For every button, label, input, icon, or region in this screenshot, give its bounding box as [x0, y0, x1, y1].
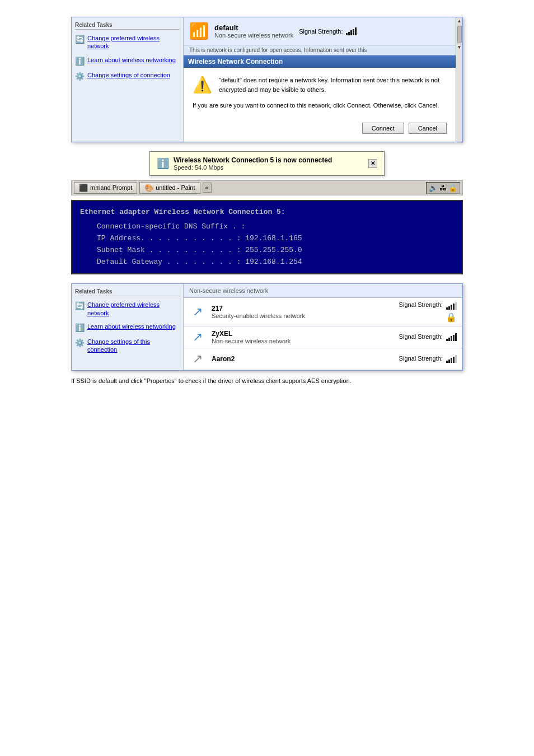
network-list-container: Non-secure wireless network ↗ 217 Securi…: [184, 284, 462, 370]
notif-close-button[interactable]: ✕: [368, 159, 377, 168]
bar1: [346, 33, 348, 35]
b4: [453, 335, 455, 341]
signal-bars-zyxel: [446, 333, 457, 341]
sidebar: Related Tasks 🔄 Change preferred wireles…: [72, 17, 184, 142]
network-name: default: [214, 24, 293, 32]
b5: [455, 355, 457, 363]
net-signal-217: Signal Strength: 🔒: [399, 301, 457, 322]
paint-taskbar-button[interactable]: 🎨 untitled - Paint: [139, 182, 200, 194]
network-item-zyxel[interactable]: ↗ ZyXEL Non-secure wireless network Sign…: [184, 326, 462, 348]
dialog-title-bar: Wireless Network Connection: [184, 55, 456, 68]
sidebar-title: Related Tasks: [75, 22, 180, 30]
b2: [448, 360, 450, 363]
network-item-217[interactable]: ↗ 217 Security-enabled wireless network …: [184, 298, 462, 326]
cmd-line-2: IP Address. . . . . . . . . . . : 192.16…: [80, 233, 454, 245]
cmd-taskbar-button[interactable]: ⬛ mmand Prompt: [74, 182, 137, 194]
learn-about-link[interactable]: Learn about wireless networking: [87, 56, 176, 64]
net-info-zyxel: ZyXEL Non-secure wireless network: [212, 330, 394, 344]
change-settings-link[interactable]: Change settings of connection: [87, 71, 170, 79]
bar5: [355, 27, 357, 35]
change-network-icon: 🔄: [75, 35, 85, 44]
info-bar: This is network is configured for open a…: [184, 45, 456, 55]
b3: [451, 358, 452, 363]
bar4: [353, 29, 354, 35]
change-preferred-link-2[interactable]: Change preferred wireless network: [87, 301, 180, 317]
paint-icon: 🎨: [144, 184, 153, 192]
network-type: Non-secure wireless network: [214, 32, 293, 39]
learn-icon: ℹ️: [75, 57, 85, 66]
cmd-line-1: Connection-specific DNS Suffix . :: [80, 221, 454, 233]
sidebar-title-2: Related Tasks: [75, 288, 180, 296]
b3: [451, 336, 452, 341]
sidebar-link-1[interactable]: 🔄 Change preferred wireless network: [75, 34, 180, 50]
dialog-buttons: Connect Cancel: [193, 118, 447, 134]
notif-text: Wireless Network Connection 5 is now con…: [174, 156, 364, 171]
net-name-aaron2: Aaron2: [212, 355, 394, 363]
b5: [455, 302, 457, 310]
net-info-217: 217 Security-enabled wireless network: [212, 305, 394, 319]
security-tray-icon: 🔒: [448, 184, 457, 192]
taskbar-overflow-button[interactable]: «: [203, 183, 212, 193]
speaker-tray-icon: 🔊: [429, 184, 438, 192]
net-type-zyxel: Non-secure wireless network: [212, 338, 394, 344]
bar2: [348, 32, 350, 35]
signal-strength: Signal Strength:: [299, 27, 356, 35]
sidebar-link-3[interactable]: ⚙️ Change settings of connection: [75, 71, 180, 81]
wireless-connection-panel: Related Tasks 🔄 Change preferred wireles…: [71, 17, 463, 142]
system-tray: 🔊 🖧 🔒: [426, 182, 460, 194]
b1: [446, 361, 448, 363]
network-tray-icon: 🖧: [439, 184, 447, 192]
b2: [448, 338, 450, 341]
scroll-down-arrow[interactable]: ▼: [456, 44, 463, 51]
change-pref-icon-2: 🔄: [75, 301, 85, 310]
cmd-icon: ⬛: [79, 184, 88, 192]
learn-about-link-2[interactable]: Learn about wireless networking: [87, 323, 176, 330]
b5: [455, 333, 457, 341]
caption-text: If SSID is default and click "Properties…: [71, 376, 463, 386]
signal-bars: [346, 27, 357, 35]
cmd-label: mmand Prompt: [90, 184, 132, 191]
change-preferred-link[interactable]: Change preferred wireless network: [87, 34, 180, 50]
change-settings-link-2[interactable]: Change settings of this connection: [87, 338, 180, 354]
network-item-aaron2[interactable]: ↗ Aaron2 Signal Strength:: [184, 348, 462, 370]
dialog-second-para: If you are sure you want to connect to t…: [193, 101, 447, 110]
notif-title: Wireless Network Connection 5 is now con…: [174, 156, 364, 164]
dialog-body: ⚠️ "default" does not require a network …: [184, 68, 456, 142]
settings-icon-2: ⚙️: [75, 338, 85, 347]
network-wifi-icon: 📶: [189, 22, 209, 40]
net-signal-aaron2: Signal Strength:: [399, 355, 457, 363]
net-signal-zyxel: Signal Strength:: [399, 333, 457, 341]
sidebar2-link-2[interactable]: ℹ️ Learn about wireless networking: [75, 323, 180, 332]
cmd-panel: Ethernet adapter Wireless Network Connec…: [71, 200, 463, 275]
cancel-button[interactable]: Cancel: [409, 123, 447, 134]
sidebar-2: Related Tasks 🔄 Change preferred wireles…: [72, 284, 184, 370]
sidebar2-link-3[interactable]: ⚙️ Change settings of this connection: [75, 338, 180, 354]
taskbar: ⬛ mmand Prompt 🎨 untitled - Paint « 🔊 🖧 …: [71, 180, 463, 195]
notif-info-icon: ℹ️: [157, 157, 169, 170]
main-content: 📶 default Non-secure wireless network Si…: [184, 17, 456, 142]
wireless-panel-2: Related Tasks 🔄 Change preferred wireles…: [71, 283, 463, 370]
sidebar2-link-1[interactable]: 🔄 Change preferred wireless network: [75, 301, 180, 317]
scroll-up-arrow[interactable]: ▲: [456, 17, 463, 25]
wifi-icon-aaron2: ↗: [189, 352, 206, 366]
warning-icon: ⚠️: [193, 76, 212, 94]
bar3: [350, 30, 352, 35]
notification-panel: ℹ️ Wireless Network Connection 5 is now …: [149, 151, 385, 176]
b4: [453, 357, 455, 363]
signal-label-aaron2: Signal Strength:: [399, 355, 457, 363]
scrollbar[interactable]: ▲ ▼: [456, 17, 462, 142]
connect-button[interactable]: Connect: [362, 123, 404, 134]
b2: [448, 306, 450, 310]
wifi-icon-217: ↗: [189, 305, 206, 319]
dialog-warning-row: ⚠️ "default" does not require a network …: [193, 76, 447, 94]
b3: [451, 305, 452, 310]
b4: [453, 304, 455, 310]
settings-icon: ⚙️: [75, 72, 85, 81]
sidebar-link-2[interactable]: ℹ️ Learn about wireless networking: [75, 56, 180, 66]
scroll-thumb[interactable]: [457, 26, 462, 43]
signal-bars-217: [446, 302, 457, 310]
signal-label-zyxel: Signal Strength:: [399, 333, 457, 341]
net-type-217: Security-enabled wireless network: [212, 312, 394, 319]
net-list-header: Non-secure wireless network: [184, 284, 462, 298]
learn-icon-2: ℹ️: [75, 323, 85, 332]
